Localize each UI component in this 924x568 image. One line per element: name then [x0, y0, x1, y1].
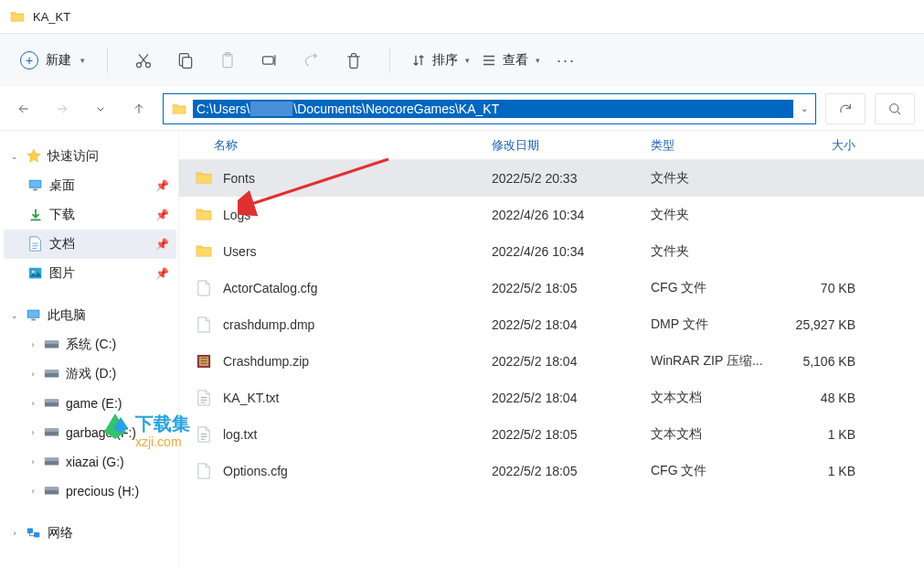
pictures-icon: [27, 265, 44, 282]
arrow-left-icon: [16, 102, 31, 116]
file-name: KA_KT.txt: [223, 391, 279, 405]
refresh-button[interactable]: [825, 93, 866, 124]
up-button[interactable]: [124, 94, 154, 123]
tree-drive-e[interactable]: › game (E:): [4, 389, 176, 418]
file-row[interactable]: Logs2022/4/26 10:34文件夹: [179, 197, 924, 233]
paste-button[interactable]: [208, 44, 247, 77]
tree-drive-f[interactable]: › garbage (F:): [4, 418, 176, 447]
file-row[interactable]: Users2022/4/26 10:34文件夹: [179, 233, 924, 270]
col-date[interactable]: 修改日期: [492, 137, 651, 154]
folder-icon: [196, 170, 214, 187]
pc-icon: [26, 307, 42, 324]
tree-label: 快速访问: [48, 148, 99, 165]
file-date: 2022/5/2 18:05: [492, 427, 651, 442]
network-icon: [26, 525, 42, 541]
tree-pictures[interactable]: 图片 📌: [4, 259, 176, 288]
chevron-down-icon: [93, 102, 108, 116]
caret-down-icon: ⌄: [9, 152, 20, 161]
share-icon: [303, 51, 321, 70]
recent-button[interactable]: [86, 94, 115, 123]
file-row[interactable]: crashdump.dmp2022/5/2 18:04DMP 文件25,927 …: [179, 306, 924, 343]
drive-icon: [44, 395, 60, 412]
address-path[interactable]: C:\Users\\Documents\NeocoreGames\KA_KT: [193, 100, 793, 118]
tree-documents[interactable]: 文档 📌: [4, 230, 176, 259]
file-name: crashdump.dmp: [223, 317, 314, 332]
tree-desktop[interactable]: 桌面 📌: [4, 171, 176, 200]
tree-label: 游戏 (D:): [66, 366, 116, 382]
refresh-icon: [838, 102, 853, 116]
file-type: 文件夹: [651, 243, 784, 260]
tree-drive-g[interactable]: › xiazai (G:): [4, 447, 176, 477]
tree-label: garbage (F:): [66, 425, 136, 440]
back-button[interactable]: [9, 94, 38, 123]
view-label: 查看: [503, 52, 528, 69]
file-name: Users: [223, 244, 257, 259]
new-button[interactable]: + 新建 ▾: [15, 48, 90, 73]
sort-button[interactable]: 排序 ▾: [407, 50, 473, 70]
tree-label: 此电脑: [48, 307, 86, 324]
file-row[interactable]: Crashdump.zip2022/5/2 18:04WinRAR ZIP 压缩…: [179, 343, 924, 380]
file-row[interactable]: Options.cfg2022/5/2 18:05CFG 文件1 KB: [179, 453, 924, 489]
tree-drive-d[interactable]: › 游戏 (D:): [4, 359, 176, 389]
search-button[interactable]: [875, 93, 915, 124]
file-type: 文件夹: [651, 207, 784, 223]
file-list: 名称 修改日期 类型 大小 Fonts2022/5/2 20:33文件夹Logs…: [179, 131, 924, 568]
file-name: Fonts: [223, 171, 255, 186]
forward-button[interactable]: [48, 94, 77, 123]
file-name: Crashdump.zip: [223, 354, 309, 369]
file-date: 2022/5/2 18:05: [492, 281, 651, 295]
file-row[interactable]: ActorCatalog.cfg2022/5/2 18:05CFG 文件70 K…: [179, 270, 924, 306]
rename-icon: [260, 51, 279, 70]
file-date: 2022/5/2 18:04: [492, 391, 651, 405]
file-size: 1 KB: [784, 464, 872, 478]
chevron-down-icon[interactable]: ⌄: [801, 103, 808, 113]
col-name[interactable]: 名称: [196, 137, 492, 154]
file-size: 48 KB: [784, 391, 872, 405]
path-suffix: \Documents\NeocoreGames\KA_KT: [293, 102, 499, 116]
separator: [107, 48, 108, 73]
tree-drive-h[interactable]: › precious (H:): [4, 477, 176, 506]
chevron-down-icon: ▾: [536, 56, 540, 65]
window-title: KA_KT: [33, 10, 70, 24]
tree-downloads[interactable]: 下载 📌: [4, 200, 176, 230]
file-type: 文件夹: [651, 170, 784, 187]
file-icon: [196, 280, 214, 296]
share-button[interactable]: [292, 44, 331, 77]
file-row[interactable]: log.txt2022/5/2 18:05文本文档1 KB: [179, 416, 924, 453]
body: ⌄ 快速访问 桌面 📌 下载 📌 文档 📌 图片 📌 ⌄ 此电: [0, 131, 924, 568]
col-type[interactable]: 类型: [651, 137, 784, 154]
sort-icon: [410, 52, 427, 69]
address-bar[interactable]: C:\Users\\Documents\NeocoreGames\KA_KT ⌄: [163, 93, 816, 124]
file-row[interactable]: KA_KT.txt2022/5/2 18:04文本文档48 KB: [179, 380, 924, 416]
tree-quick-access[interactable]: ⌄ 快速访问: [4, 142, 176, 171]
nav-row: C:\Users\\Documents\NeocoreGames\KA_KT ⌄: [0, 87, 924, 131]
separator: [389, 48, 390, 73]
col-size[interactable]: 大小: [784, 137, 872, 154]
cut-button[interactable]: [124, 44, 163, 77]
document-icon: [27, 236, 44, 252]
more-button[interactable]: ···: [547, 51, 585, 70]
view-button[interactable]: 查看 ▾: [477, 50, 544, 70]
list-header[interactable]: 名称 修改日期 类型 大小: [179, 131, 924, 160]
txt-icon: [196, 426, 214, 443]
tree-drive-c[interactable]: › 系统 (C:): [4, 330, 176, 359]
copy-button[interactable]: [166, 44, 205, 77]
file-date: 2022/5/2 18:04: [492, 354, 651, 369]
file-name: log.txt: [223, 427, 257, 442]
tree-this-pc[interactable]: ⌄ 此电脑: [4, 301, 176, 330]
file-size: 25,927 KB: [784, 317, 872, 332]
delete-button[interactable]: [335, 44, 373, 77]
drive-icon: [44, 424, 60, 441]
file-date: 2022/4/26 10:34: [492, 208, 651, 222]
tree-label: 网络: [48, 525, 73, 541]
tree-label: 桌面: [49, 177, 75, 194]
rename-button[interactable]: [250, 44, 289, 77]
plus-icon: +: [20, 51, 38, 70]
tree-network[interactable]: › 网络: [4, 519, 176, 548]
file-row[interactable]: Fonts2022/5/2 20:33文件夹: [179, 160, 924, 197]
file-type: 文本文档: [651, 426, 784, 443]
drive-icon: [44, 337, 60, 353]
drive-icon: [44, 366, 60, 382]
folder-icon: [171, 102, 187, 115]
svg-rect-14: [183, 58, 192, 69]
